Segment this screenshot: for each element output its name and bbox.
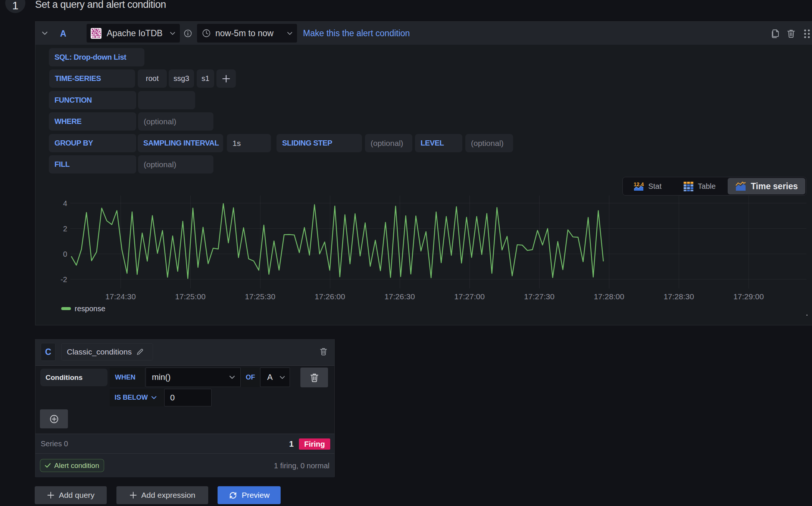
svg-text:12.4: 12.4	[634, 181, 644, 187]
